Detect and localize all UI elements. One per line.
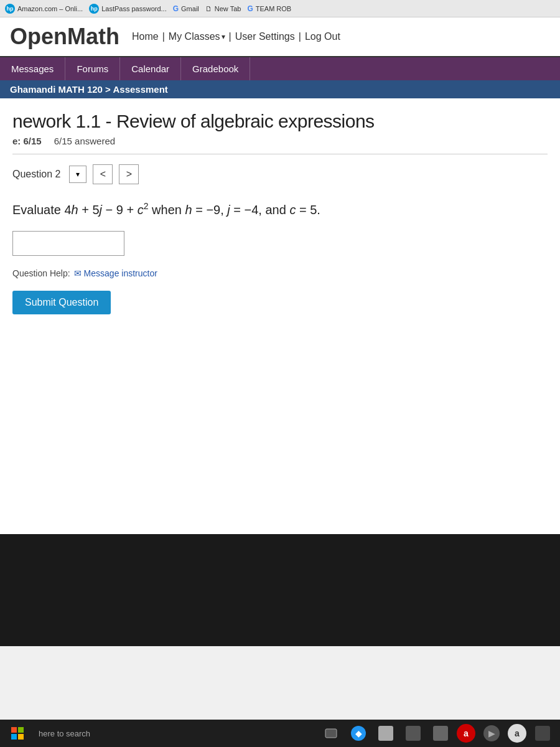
taskbar-badge-red[interactable]: a xyxy=(457,724,475,743)
message-instructor-label: Message instructor xyxy=(84,268,157,278)
taskbar-badge-light[interactable]: a xyxy=(508,724,526,743)
question-next-button[interactable]: > xyxy=(119,164,139,184)
assignment-title: nework 1.1 - Review of algebraic express… xyxy=(12,111,548,132)
question-help: Question Help: ✉ Message instructor xyxy=(12,268,548,278)
nav-user-settings[interactable]: User Settings xyxy=(235,31,295,42)
taskbar-icon-5[interactable] xyxy=(429,722,452,745)
breadcrumb-course[interactable]: Ghamandi MATH 120 xyxy=(10,84,103,95)
browser-tab-lastpass[interactable]: hp LastPass password... xyxy=(89,4,167,14)
taskbar-icon-1[interactable] xyxy=(320,722,342,745)
message-instructor-link[interactable]: ✉ Message instructor xyxy=(74,268,157,278)
submit-question-button[interactable]: Submit Question xyxy=(12,291,111,314)
taskbar-right-icons: ◆ a ▶ a xyxy=(320,722,554,745)
g-icon-teamrob: G xyxy=(247,4,253,13)
breadcrumb: Ghamandi MATH 120 > Assessment xyxy=(0,80,560,98)
svg-rect-1 xyxy=(18,727,24,733)
breadcrumb-page: Assessment xyxy=(113,84,167,95)
math-expression: Evaluate 4h + 5j − 9 + c2 when h = −9, j… xyxy=(12,199,548,220)
browser-tab-bar: hp Amazon.com – Onli... hp LastPass pass… xyxy=(0,0,560,17)
taskbar-icon-last[interactable] xyxy=(531,722,554,745)
tab-label-amazon: Amazon.com – Onli... xyxy=(17,5,83,12)
question-dropdown-button[interactable]: ▾ xyxy=(69,166,86,183)
envelope-icon: ✉ xyxy=(74,268,82,278)
app-header: OpenMath Home | My Classes ▾ | User Sett… xyxy=(0,17,560,57)
question-nav: Question 2 ▾ < > xyxy=(12,164,548,184)
page-icon-newtab: 🗋 xyxy=(205,5,212,12)
question-label: Question 2 xyxy=(12,169,60,180)
taskbar-icon-2[interactable]: ◆ xyxy=(347,722,370,745)
score-label: e: 6/15 xyxy=(12,136,42,146)
subnav-messages[interactable]: Messages xyxy=(0,57,65,80)
nav-sep1: | xyxy=(162,31,165,42)
hp-icon-lastpass: hp xyxy=(89,4,99,14)
my-classes-label: My Classes xyxy=(169,31,220,42)
tab-label-lastpass: LastPass password... xyxy=(101,5,167,12)
app-nav: Home | My Classes ▾ | User Settings | Lo… xyxy=(132,31,340,42)
svg-rect-3 xyxy=(18,734,24,740)
answer-input[interactable] xyxy=(12,231,124,256)
taskbar-icon-camera[interactable]: ▶ xyxy=(480,722,503,745)
taskbar-windows-icon[interactable] xyxy=(6,722,29,745)
answered-label: 6/15 answered xyxy=(54,136,115,146)
subnav-calendar[interactable]: Calendar xyxy=(120,57,181,80)
nav-sep2: | xyxy=(229,31,231,42)
taskbar-search-text[interactable]: here to search xyxy=(39,729,90,738)
svg-rect-2 xyxy=(11,734,17,740)
browser-tab-amazon[interactable]: hp Amazon.com – Onli... xyxy=(5,4,83,14)
nav-my-classes[interactable]: My Classes ▾ xyxy=(169,31,225,42)
browser-tab-teamrob[interactable]: G TEAM ROB xyxy=(247,4,291,13)
tab-label-newtab: New Tab xyxy=(215,5,241,12)
svg-rect-4 xyxy=(325,729,337,738)
question-help-label: Question Help: xyxy=(12,268,70,278)
browser-tab-gmail[interactable]: G Gmail xyxy=(173,4,199,13)
subnav-gradebook[interactable]: Gradebook xyxy=(181,57,250,80)
chevron-down-icon: ▾ xyxy=(222,32,225,41)
question-prev-button[interactable]: < xyxy=(93,164,113,184)
breadcrumb-separator: > xyxy=(105,84,113,95)
score-info: e: 6/15 6/15 answered xyxy=(12,136,548,154)
g-icon-gmail: G xyxy=(173,4,179,13)
subnav-forums[interactable]: Forums xyxy=(65,57,120,80)
nav-home[interactable]: Home xyxy=(132,31,159,42)
taskbar: here to search ◆ a xyxy=(0,720,560,747)
tab-label-teamrob: TEAM ROB xyxy=(256,5,291,12)
app-logo[interactable]: OpenMath xyxy=(10,24,119,50)
taskbar-icon-4[interactable] xyxy=(402,722,424,745)
main-content: nework 1.1 - Review of algebraic express… xyxy=(0,98,560,534)
tab-label-gmail: Gmail xyxy=(181,5,199,12)
svg-rect-0 xyxy=(11,727,17,733)
nav-log-out[interactable]: Log Out xyxy=(305,31,340,42)
nav-sep3: | xyxy=(299,31,301,42)
dark-bottom-area xyxy=(0,534,560,646)
sub-nav-bar: Messages Forums Calendar Gradebook xyxy=(0,57,560,80)
taskbar-icon-3[interactable] xyxy=(375,722,397,745)
hp-icon-amazon: hp xyxy=(5,4,15,14)
browser-tab-newtab[interactable]: 🗋 New Tab xyxy=(205,5,241,12)
